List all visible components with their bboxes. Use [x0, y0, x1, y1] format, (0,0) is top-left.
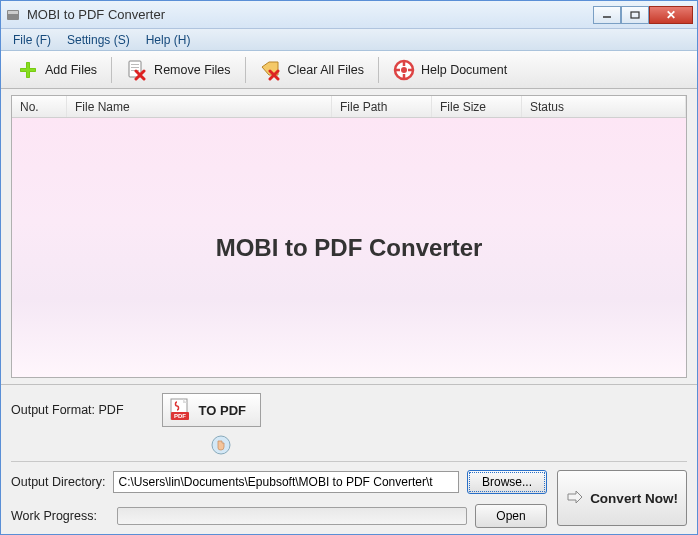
remove-files-button[interactable]: Remove Files: [116, 55, 240, 85]
convert-button[interactable]: Convert Now!: [557, 470, 687, 526]
app-window: MOBI to PDF Converter ✕ File (F) Setting…: [0, 0, 698, 535]
svg-rect-10: [131, 67, 139, 68]
menu-help[interactable]: Help (H): [138, 31, 199, 49]
window-title: MOBI to PDF Converter: [27, 7, 593, 22]
window-buttons: ✕: [593, 6, 693, 24]
clear-icon: [260, 59, 282, 81]
clear-all-label: Clear All Files: [288, 63, 364, 77]
progress-bar: [117, 507, 467, 525]
bottom-panel: Output Format: PDF PDF TO PDF Output Dir…: [1, 384, 697, 534]
toolbar-separator: [245, 57, 246, 83]
pdf-icon: PDF: [169, 398, 191, 422]
convert-label: Convert Now!: [590, 491, 678, 506]
left-column: Output Directory: Browse... Work Progres…: [11, 470, 547, 528]
svg-rect-3: [631, 12, 639, 18]
content-area: No. File Name File Path File Size Status…: [1, 89, 697, 384]
toolbar-separator: [378, 57, 379, 83]
clear-all-button[interactable]: Clear All Files: [250, 55, 374, 85]
toolbar-separator: [111, 57, 112, 83]
svg-rect-1: [8, 11, 18, 14]
svg-text:PDF: PDF: [174, 413, 186, 419]
menu-file[interactable]: File (F): [5, 31, 59, 49]
maximize-button[interactable]: [621, 6, 649, 24]
format-row: Output Format: PDF PDF TO PDF: [11, 393, 687, 427]
col-filesize[interactable]: File Size: [432, 96, 522, 117]
col-status[interactable]: Status: [522, 96, 686, 117]
add-icon: [17, 59, 39, 81]
menubar: File (F) Settings (S) Help (H): [1, 29, 697, 51]
progress-row: Work Progress: Open: [11, 504, 547, 528]
list-header: No. File Name File Path File Size Status: [12, 96, 686, 118]
col-filename[interactable]: File Name: [67, 96, 332, 117]
minimize-button[interactable]: [593, 6, 621, 24]
progress-label: Work Progress:: [11, 509, 109, 523]
output-format-label: Output Format: PDF: [11, 403, 124, 417]
help-doc-label: Help Document: [421, 63, 507, 77]
add-files-label: Add Files: [45, 63, 97, 77]
hand-icon: [211, 435, 233, 457]
convert-area: Output Directory: Browse... Work Progres…: [11, 470, 687, 528]
remove-icon: [126, 59, 148, 81]
to-pdf-button[interactable]: PDF TO PDF: [162, 393, 261, 427]
file-list: No. File Name File Path File Size Status…: [11, 95, 687, 378]
help-icon: [393, 59, 415, 81]
remove-files-label: Remove Files: [154, 63, 230, 77]
svg-rect-9: [131, 64, 139, 65]
output-dir-label: Output Directory:: [11, 475, 105, 489]
list-body[interactable]: MOBI to PDF Converter: [12, 118, 686, 377]
hand-row: [11, 435, 687, 457]
output-dir-input[interactable]: [113, 471, 459, 493]
arrow-icon: [566, 489, 584, 508]
add-files-button[interactable]: Add Files: [7, 55, 107, 85]
svg-point-13: [401, 67, 407, 73]
watermark-text: MOBI to PDF Converter: [216, 234, 483, 262]
browse-button[interactable]: Browse...: [467, 470, 547, 494]
open-button[interactable]: Open: [475, 504, 547, 528]
close-button[interactable]: ✕: [649, 6, 693, 24]
help-doc-button[interactable]: Help Document: [383, 55, 517, 85]
toolbar: Add Files Remove Files Clear All Files H…: [1, 51, 697, 89]
app-icon: [5, 7, 21, 23]
svg-rect-7: [21, 68, 36, 71]
directory-row: Output Directory: Browse...: [11, 470, 547, 494]
separator-line: [11, 461, 687, 462]
to-pdf-label: TO PDF: [199, 403, 246, 418]
col-no[interactable]: No.: [12, 96, 67, 117]
titlebar: MOBI to PDF Converter ✕: [1, 1, 697, 29]
menu-settings[interactable]: Settings (S): [59, 31, 138, 49]
col-filepath[interactable]: File Path: [332, 96, 432, 117]
